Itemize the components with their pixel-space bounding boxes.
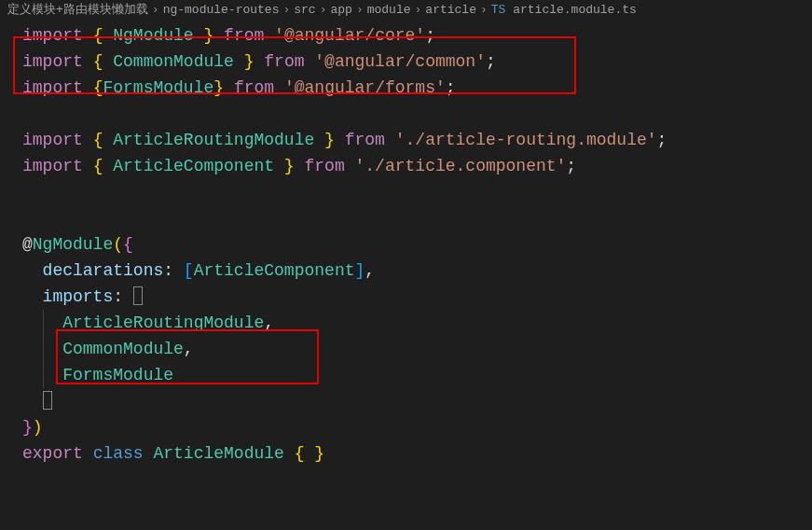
colon: : <box>113 287 133 306</box>
keyword-export: export <box>22 444 83 463</box>
chevron-right-icon: › <box>152 3 159 17</box>
typescript-icon: TS <box>491 3 506 17</box>
code-line[interactable]: CommonModule, <box>0 336 812 362</box>
breadcrumb-item[interactable]: article.module.ts <box>513 3 637 17</box>
code-line[interactable]: import { NgModule } from '@angular/core'… <box>0 22 812 49</box>
keyword-import: import <box>22 78 83 97</box>
brace: { <box>93 78 103 97</box>
code-line[interactable]: export class ArticleModule { } <box>0 440 812 467</box>
type-name: ArticleComponent <box>194 261 355 280</box>
type-name: NgModule <box>113 26 193 45</box>
brace: { <box>93 52 114 71</box>
type-name: CommonModule <box>113 52 234 71</box>
brace: { <box>123 235 133 254</box>
bracket-marker <box>133 286 143 305</box>
code-line[interactable]: declarations: [ArticleComponent], <box>0 258 812 284</box>
code-line[interactable]: import { ArticleComponent } from './arti… <box>0 153 812 179</box>
comma: , <box>184 340 194 358</box>
breadcrumb-item[interactable]: src <box>294 3 315 17</box>
comma: , <box>365 261 375 280</box>
type-name: CommonModule <box>62 340 184 358</box>
code-line-empty[interactable] <box>0 179 812 205</box>
brace: { <box>93 157 114 175</box>
at-sign: @ <box>22 235 33 254</box>
code-line[interactable]: import { ArticleRoutingModule } from './… <box>0 127 812 153</box>
bracket: ] <box>354 261 365 280</box>
semicolon: ; <box>425 26 435 45</box>
type-name: ArticleComponent <box>113 157 274 175</box>
breadcrumb[interactable]: 定义模块+路由模块懒加载 › ng-module-routes › src › … <box>0 0 812 19</box>
code-line[interactable]: FormsModule <box>0 362 812 388</box>
breadcrumb-item[interactable]: article <box>425 3 476 17</box>
type-name: ArticleRoutingModule <box>62 314 264 332</box>
chevron-right-icon: › <box>320 3 327 17</box>
brace: } <box>22 418 33 437</box>
keyword-from: from <box>345 131 385 149</box>
paren: ) <box>33 418 43 437</box>
string-literal: './article.component' <box>355 157 567 175</box>
string-literal: '@angular/common' <box>314 52 486 71</box>
keyword-from: from <box>264 52 304 71</box>
keyword-import: import <box>22 26 83 45</box>
code-line[interactable] <box>0 388 812 414</box>
semicolon: ; <box>566 157 576 175</box>
keyword-from: from <box>304 157 344 175</box>
code-line[interactable]: import { CommonModule } from '@angular/c… <box>0 49 812 75</box>
type-name: FormsModule <box>62 366 173 384</box>
brace: } <box>234 52 255 71</box>
brace: { } <box>295 444 324 463</box>
bracket-marker <box>43 391 52 410</box>
code-line-empty[interactable] <box>0 101 812 127</box>
bracket: [ <box>184 261 194 280</box>
brace: } <box>314 131 335 149</box>
property-name: declarations <box>43 261 164 280</box>
breadcrumb-item[interactable]: module <box>367 3 411 17</box>
string-literal: '@angular/core' <box>274 26 425 45</box>
breadcrumb-item[interactable]: app <box>330 3 351 17</box>
breadcrumb-item[interactable]: 定义模块+路由模块懒加载 <box>7 1 148 18</box>
chevron-right-icon: › <box>282 3 290 17</box>
type-name: FormsModule <box>103 78 213 97</box>
string-literal: './article-routing.module' <box>395 131 657 149</box>
code-line[interactable]: }) <box>0 414 812 440</box>
code-line-empty[interactable] <box>0 205 812 231</box>
keyword-import: import <box>22 52 83 71</box>
chevron-right-icon: › <box>415 3 422 17</box>
keyword-import: import <box>22 157 83 175</box>
brace: } <box>213 78 224 97</box>
comma: , <box>264 314 274 332</box>
keyword-class: class <box>93 444 144 463</box>
semicolon: ; <box>657 131 667 149</box>
code-line[interactable]: import {FormsModule} from '@angular/form… <box>0 75 812 101</box>
colon: : <box>163 261 184 280</box>
breadcrumb-item[interactable]: ng-module-routes <box>163 3 280 17</box>
keyword-import: import <box>22 131 83 149</box>
code-editor[interactable]: import { NgModule } from '@angular/core'… <box>0 19 812 467</box>
brace: { <box>93 131 114 149</box>
decorator-name: NgModule <box>33 235 113 254</box>
code-line[interactable]: @NgModule({ <box>0 231 812 258</box>
brace: } <box>274 157 295 175</box>
keyword-from: from <box>224 26 264 45</box>
property-name: imports <box>43 287 114 306</box>
brace: { <box>93 26 114 45</box>
code-line[interactable]: imports: <box>0 284 812 310</box>
class-name: ArticleModule <box>153 444 283 463</box>
type-name: ArticleRoutingModule <box>113 131 314 149</box>
keyword-from: from <box>234 78 274 97</box>
brace: } <box>194 26 214 45</box>
chevron-right-icon: › <box>480 3 488 17</box>
paren: ( <box>113 235 123 254</box>
semicolon: ; <box>446 78 456 97</box>
code-line[interactable]: ArticleRoutingModule, <box>0 310 812 336</box>
chevron-right-icon: › <box>356 3 364 17</box>
string-literal: '@angular/forms' <box>284 78 446 97</box>
semicolon: ; <box>486 52 496 71</box>
